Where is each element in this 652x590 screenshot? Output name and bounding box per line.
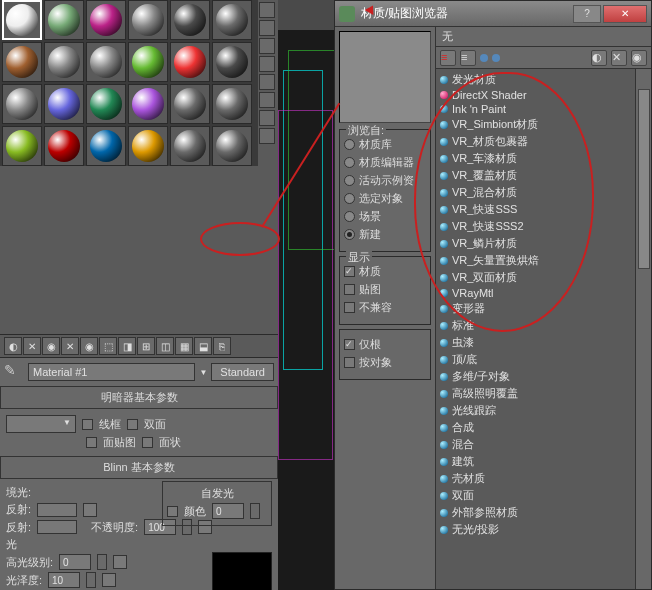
radio[interactable] — [344, 157, 355, 168]
side-tool[interactable] — [259, 2, 275, 18]
gloss-val[interactable]: 10 — [48, 572, 80, 588]
tool-btn[interactable]: ▦ — [175, 337, 193, 355]
specular-swatch[interactable] — [37, 520, 77, 534]
material-list-item[interactable]: VR_混合材质 — [440, 184, 631, 201]
sample-slot[interactable] — [170, 84, 210, 124]
material-type-button[interactable]: Standard — [211, 363, 274, 381]
tool-btn[interactable]: ✕ — [611, 50, 627, 66]
eyedropper-icon[interactable]: ✎ — [4, 362, 24, 382]
two-side-checkbox[interactable] — [127, 419, 138, 430]
sample-slot[interactable] — [2, 84, 42, 124]
help-button[interactable]: ? — [573, 5, 601, 23]
sample-slot[interactable] — [212, 84, 252, 124]
titlebar[interactable]: 材质/贴图浏览器 ? ✕ — [335, 1, 651, 27]
material-list[interactable]: 发光材质DirectX ShaderInk 'n PaintVR_Simbion… — [436, 69, 635, 589]
material-list-item[interactable]: VR_材质包裹器 — [440, 133, 631, 150]
material-list-item[interactable]: 发光材质 — [440, 71, 631, 88]
tool-btn[interactable]: ⬚ — [99, 337, 117, 355]
put-material-btn[interactable]: ✕ — [23, 337, 41, 355]
tool-btn[interactable]: ◐ — [591, 50, 607, 66]
spinner-buttons[interactable] — [86, 572, 96, 588]
sample-slot[interactable] — [86, 0, 126, 40]
radio[interactable] — [344, 139, 355, 150]
checkbox[interactable] — [344, 266, 355, 277]
tool-btn[interactable]: ◉ — [631, 50, 647, 66]
icon-ball[interactable] — [480, 54, 488, 62]
get-material-btn[interactable]: ◐ — [4, 337, 22, 355]
assign-btn[interactable]: ◉ — [42, 337, 60, 355]
sample-slot[interactable] — [128, 126, 168, 166]
wire-checkbox[interactable] — [82, 419, 93, 430]
diffuse-swatch[interactable] — [37, 503, 77, 517]
tool-btn[interactable]: ◫ — [156, 337, 174, 355]
material-list-item[interactable]: 双面 — [440, 487, 631, 504]
side-tool[interactable] — [259, 20, 275, 36]
side-tool[interactable] — [259, 56, 275, 72]
sample-slot[interactable] — [86, 84, 126, 124]
material-list-item[interactable]: 多维/子对象 — [440, 368, 631, 385]
material-list-item[interactable]: VR_双面材质 — [440, 269, 631, 286]
sample-slot[interactable] — [128, 84, 168, 124]
tool-btn[interactable]: ⬓ — [194, 337, 212, 355]
sample-slot[interactable] — [170, 126, 210, 166]
side-tool[interactable] — [259, 110, 275, 126]
spinner-buttons[interactable] — [97, 554, 107, 570]
radio[interactable] — [344, 193, 355, 204]
tool-btn[interactable]: ◨ — [118, 337, 136, 355]
view-btn[interactable]: ≡ — [460, 50, 476, 66]
material-list-item[interactable]: DirectX Shader — [440, 88, 631, 102]
checkbox[interactable] — [344, 302, 355, 313]
sample-slot[interactable] — [170, 0, 210, 40]
material-list-item[interactable]: 虫漆 — [440, 334, 631, 351]
material-list-item[interactable]: Ink 'n Paint — [440, 102, 631, 116]
sample-slot[interactable] — [2, 42, 42, 82]
sample-slot[interactable] — [212, 42, 252, 82]
list-view-btn[interactable]: ≡ — [440, 50, 456, 66]
face-status-checkbox[interactable] — [142, 437, 153, 448]
checkbox[interactable] — [344, 357, 355, 368]
material-list-item[interactable]: VR_覆盖材质 — [440, 167, 631, 184]
copy-btn[interactable]: ◉ — [80, 337, 98, 355]
sample-slot[interactable] — [86, 126, 126, 166]
sample-slot[interactable] — [2, 126, 42, 166]
shader-type-dropdown[interactable] — [6, 415, 76, 433]
checkbox[interactable] — [344, 284, 355, 295]
material-list-item[interactable]: 合成 — [440, 419, 631, 436]
self-illum-val[interactable]: 0 — [212, 503, 244, 519]
map-btn[interactable] — [113, 555, 127, 569]
material-list-item[interactable]: 变形器 — [440, 300, 631, 317]
scrollbar[interactable] — [635, 69, 651, 589]
reset-btn[interactable]: ✕ — [61, 337, 79, 355]
icon-ball[interactable] — [492, 54, 500, 62]
material-list-item[interactable]: 无光/投影 — [440, 521, 631, 538]
spec-level-val[interactable]: 0 — [59, 554, 91, 570]
material-list-item[interactable]: 建筑 — [440, 453, 631, 470]
scroll-thumb[interactable] — [638, 89, 650, 269]
material-list-item[interactable]: VR_快速SSS — [440, 201, 631, 218]
self-illum-color-chk[interactable] — [167, 506, 178, 517]
material-list-item[interactable]: 光线跟踪 — [440, 402, 631, 419]
sample-slot[interactable] — [170, 42, 210, 82]
material-list-item[interactable]: VR_车漆材质 — [440, 150, 631, 167]
shader-rollout-header[interactable]: 明暗器基本参数 — [0, 386, 278, 409]
material-list-item[interactable]: VR_Simbiont材质 — [440, 116, 631, 133]
sample-slot[interactable] — [44, 84, 84, 124]
face-map-checkbox[interactable] — [86, 437, 97, 448]
material-list-item[interactable]: 混合 — [440, 436, 631, 453]
sample-slot[interactable] — [128, 42, 168, 82]
sample-slot[interactable] — [86, 42, 126, 82]
side-tool[interactable] — [259, 92, 275, 108]
sample-slot[interactable] — [212, 126, 252, 166]
close-button[interactable]: ✕ — [603, 5, 647, 23]
diffuse-map-btn[interactable] — [83, 503, 97, 517]
sample-slot[interactable] — [2, 0, 42, 40]
material-list-item[interactable]: 标准 — [440, 317, 631, 334]
material-list-item[interactable]: 外部参照材质 — [440, 504, 631, 521]
material-list-item[interactable]: 顶/底 — [440, 351, 631, 368]
blinn-rollout-header[interactable]: Blinn 基本参数 — [0, 456, 278, 479]
sample-slot[interactable] — [128, 0, 168, 40]
radio[interactable] — [344, 175, 355, 186]
sample-slot[interactable] — [212, 0, 252, 40]
map-btn[interactable] — [102, 573, 116, 587]
side-tool[interactable] — [259, 38, 275, 54]
